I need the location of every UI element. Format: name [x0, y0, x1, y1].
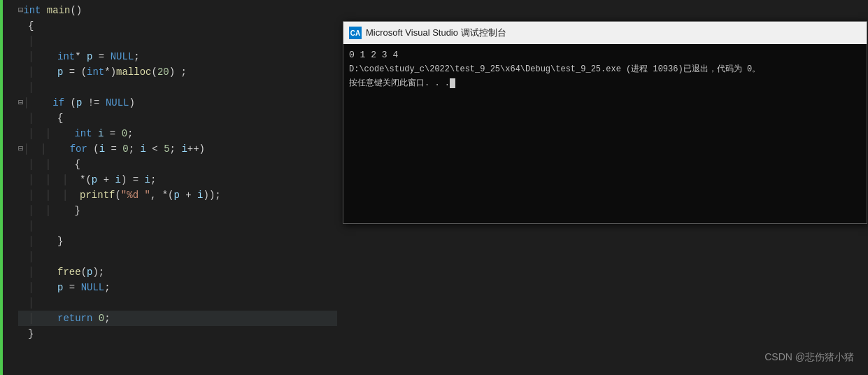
- code-line: │: [18, 295, 337, 311]
- code-line: │ │ {: [18, 157, 337, 172]
- code-line: {: [18, 18, 337, 34]
- watermark: CSDN @悲伤猪小猪: [764, 351, 854, 364]
- code-line: │ p = (int*)malloc(20) ;: [18, 64, 337, 80]
- code-token: {: [34, 111, 63, 126]
- code-editor: ⊟ int main() { │ │ int* p = NULL; │ p = …: [0, 0, 343, 375]
- code-line: │ int* p = NULL;: [18, 49, 337, 64]
- code-token: p = (int*)malloc(20) ;: [34, 64, 187, 80]
- console-window: CA Microsoft Visual Studio 调试控制台 0 1 2 3…: [343, 21, 867, 224]
- code-line: ⊟ │ if (p != NULL): [18, 95, 337, 111]
- code-line: ⊟ int main(): [18, 3, 337, 18]
- code-token: *(p + i) = i;: [68, 172, 156, 188]
- green-bar: [0, 0, 3, 375]
- vs-icon: CA: [349, 27, 362, 39]
- code-token: int* p = NULL;: [34, 49, 139, 64]
- code-token: printf("%d ", *(p + i));: [68, 188, 221, 203]
- code-token: if (p != NULL): [29, 95, 135, 111]
- code-token: int i = 0;: [51, 126, 134, 141]
- code-token: {: [28, 18, 34, 34]
- code-line: │ │ }: [18, 203, 337, 218]
- cursor-blink: [450, 78, 455, 88]
- console-title: Microsoft Visual Studio 调试控制台: [366, 27, 861, 39]
- console-body: 0 1 2 3 4 D:\code\study_c\2022\test_9_25…: [343, 44, 867, 94]
- code-token: {: [51, 157, 80, 172]
- code-token: int main(): [23, 3, 82, 18]
- code-token: }: [51, 203, 80, 218]
- code-line: │ │ │ printf("%d ", *(p + i));: [18, 188, 337, 203]
- code-content: ⊟ int main() { │ │ int* p = NULL; │ p = …: [13, 0, 343, 375]
- console-titlebar: CA Microsoft Visual Studio 调试控制台: [343, 22, 867, 44]
- console-output-line1: 0 1 2 3 4: [349, 48, 861, 62]
- vs-icon-text: CA: [350, 29, 360, 37]
- console-output-line2: D:\code\study_c\2022\test_9_25\x64\Debug…: [349, 62, 861, 76]
- code-line: │: [18, 34, 337, 49]
- fold-icon[interactable]: ⊟: [18, 141, 23, 157]
- code-line: ⊟ │ │ for (i = 0; i < 5; i++): [18, 141, 337, 157]
- code-line: }: [18, 326, 337, 341]
- code-token: return 0;: [34, 311, 110, 326]
- code-token: p = NULL;: [34, 280, 110, 295]
- code-line: │: [18, 218, 337, 234]
- code-line: │ free(p);: [18, 264, 337, 280]
- code-line: │ }: [18, 234, 337, 249]
- code-token: }: [34, 234, 63, 249]
- code-line: │: [18, 80, 337, 95]
- code-token: free(p);: [34, 264, 104, 280]
- code-line: │ {: [18, 111, 337, 126]
- fold-icon[interactable]: ⊟: [18, 3, 23, 18]
- fold-icon[interactable]: ⊟: [18, 95, 23, 111]
- code-line: │ │ │ *(p + i) = i;: [18, 172, 337, 188]
- code-token: }: [28, 326, 34, 341]
- console-output-line3: 按任意键关闭此窗口. . .: [349, 76, 861, 90]
- code-line: │: [18, 249, 337, 264]
- code-line-highlighted: │ return 0;: [18, 311, 337, 326]
- code-token: for (i = 0; i < 5; i++): [46, 141, 205, 157]
- code-line: │ p = NULL;: [18, 280, 337, 295]
- code-line: │ │ int i = 0;: [18, 126, 337, 141]
